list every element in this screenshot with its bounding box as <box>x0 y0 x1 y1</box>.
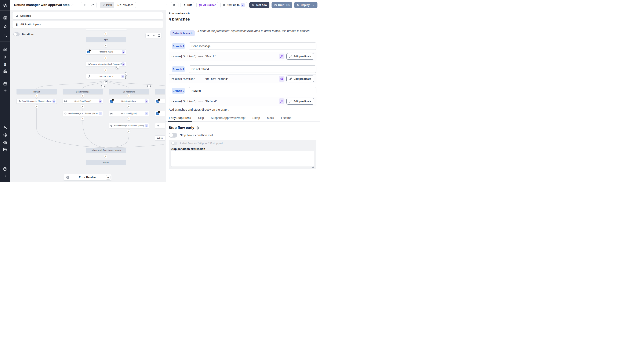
branch-3-summary-input[interactable] <box>189 87 316 94</box>
folders-icon[interactable] <box>0 147 10 152</box>
resources-boxes-icon[interactable] <box>0 68 10 74</box>
tab-sleep[interactable]: Sleep <box>252 114 260 122</box>
chevron-down-icon[interactable] <box>312 4 315 6</box>
stop-flow-early-title: Stop flow early <box>169 126 194 130</box>
step-node-gmail-o[interactable]: Send Email (gmail) o <box>63 98 103 104</box>
step-node-clipped[interactable]: Sen <box>155 136 165 140</box>
logs-list-icon[interactable] <box>0 154 10 160</box>
apps-icon[interactable] <box>0 15 10 20</box>
step-node-slack-i[interactable]: Send Message to Channel (slack) i <box>63 111 103 116</box>
tab-mock[interactable]: Mock <box>267 114 274 122</box>
windmill-logo[interactable] <box>0 3 10 8</box>
ai-wand-button[interactable] <box>279 98 284 104</box>
step-detail-panel: Run one branch 4 branches Default branch… <box>166 10 320 182</box>
search-icon[interactable] <box>0 32 10 38</box>
settings-gear-icon[interactable] <box>0 132 10 138</box>
edit-title-pencil-icon <box>71 4 74 6</box>
delete-step-x-icon[interactable] <box>124 72 128 76</box>
edit-predicate-button[interactable]: Edit predicate <box>286 98 314 104</box>
delete-branch-x-icon[interactable] <box>147 85 151 88</box>
label-skipped-toggle[interactable] <box>171 142 177 145</box>
step-node-parses-to-json[interactable]: TS Parses to JSON a <box>86 49 126 54</box>
branch-1-summary-input[interactable] <box>189 42 316 50</box>
info-icon[interactable] <box>196 126 199 130</box>
runs-play-icon[interactable] <box>0 54 10 60</box>
slack-icon <box>64 112 67 115</box>
stop-condition-expression-input[interactable] <box>170 151 314 167</box>
result-node[interactable]: Result <box>86 160 126 165</box>
diff-button[interactable]: Diff <box>180 2 194 8</box>
insert-step-button[interactable]: + <box>104 56 107 60</box>
variables-dollar-icon[interactable]: $ <box>0 62 10 68</box>
input-node[interactable]: Input <box>86 37 126 42</box>
step-node-gmail-i[interactable]: Send Email (gmail) i <box>109 111 149 116</box>
step-node-slack-j[interactable]: Send Message to Channel (slack) j <box>109 123 149 128</box>
insert-step-button[interactable]: + <box>104 154 107 158</box>
collect-result-node[interactable]: Collect result from chosen branch <box>86 148 126 152</box>
help-icon[interactable] <box>0 166 10 172</box>
add-plus-icon[interactable] <box>0 88 10 93</box>
redo-button[interactable] <box>89 2 96 8</box>
step-node-clipped[interactable]: TS <box>155 111 165 116</box>
docs-button[interactable] <box>171 2 178 8</box>
add-branch-fork-icon[interactable] <box>104 80 108 84</box>
edit-predicate-button[interactable]: Edit predicate <box>286 53 314 60</box>
ai-builder-label: AI Builder <box>203 4 216 6</box>
branch-header-clipped[interactable] <box>155 89 165 94</box>
insert-step-button[interactable]: + <box>127 94 130 98</box>
insert-step-button[interactable]: + <box>81 117 84 121</box>
tab-lifetime[interactable]: Lifetime <box>281 114 292 122</box>
branch-header-send-message[interactable]: Send message <box>63 89 103 94</box>
ai-wand-button[interactable] <box>279 54 284 59</box>
insert-step-button[interactable]: + <box>35 104 38 108</box>
users-icon[interactable] <box>0 124 10 130</box>
favorites-star-icon[interactable] <box>0 24 10 29</box>
test-up-to-button[interactable]: Test up toc <box>220 2 247 8</box>
step-node-slack-approval[interactable]: Request Interactive Slack Approval (... … <box>86 62 126 67</box>
flow-title-text: Refund manager with approval step <box>14 3 70 7</box>
deploy-button[interactable]: Deploy <box>294 2 318 8</box>
insert-step-button[interactable]: + <box>127 117 130 121</box>
clipped-node-above <box>86 29 127 31</box>
tab-skip[interactable]: Skip <box>198 114 204 122</box>
branch-header-default[interactable]: Default <box>16 89 57 94</box>
step-node-clipped[interactable] <box>155 123 165 128</box>
add-error-handler-button[interactable]: + <box>106 175 110 180</box>
ai-builder-button[interactable]: AI Builder <box>196 2 218 8</box>
edit-predicate-button[interactable]: Edit predicate <box>286 76 314 82</box>
undo-button[interactable] <box>81 2 89 8</box>
panel-divider[interactable] <box>165 10 166 182</box>
insert-step-button[interactable]: + <box>127 129 130 133</box>
home-icon[interactable] <box>0 46 10 52</box>
insert-step-button[interactable]: + <box>104 32 107 36</box>
branch-header-do-not-refund[interactable]: Do not refund <box>109 89 149 94</box>
insert-step-button[interactable]: + <box>81 104 84 108</box>
tab-early-stop-break[interactable]: Early Stop/Break <box>169 114 191 122</box>
collapse-sidebar-icon[interactable] <box>0 173 10 178</box>
flow-title[interactable]: Refund manager with approval step <box>14 3 74 7</box>
workers-bot-icon[interactable] <box>0 140 10 145</box>
step-node-run-one-branch-selected[interactable]: Run one branch c <box>86 74 126 79</box>
stop-flow-toggle[interactable] <box>169 133 177 138</box>
branch-2-summary-input[interactable] <box>189 66 316 73</box>
wand-sparkles-icon <box>199 4 202 6</box>
insert-step-button[interactable]: + <box>104 44 107 48</box>
insert-step-button[interactable]: + <box>81 94 84 98</box>
test-flow-button[interactable]: Test flow <box>249 2 270 8</box>
delete-branch-x-icon[interactable] <box>101 85 104 88</box>
more-menu-button[interactable] <box>164 4 169 7</box>
step-node-slack-n[interactable]: Send Message to Channel (slack) n <box>16 98 57 104</box>
edit-path-button[interactable]: Path <box>100 2 114 8</box>
insert-step-button[interactable]: + <box>35 94 38 98</box>
tab-suspend-approval-prompt[interactable]: Suspend/Approval/Prompt <box>210 114 246 122</box>
draft-button[interactable]: Draft⌘S <box>272 2 292 8</box>
schedules-calendar-icon[interactable] <box>0 81 10 86</box>
ai-wand-button[interactable] <box>279 76 284 82</box>
step-node-clipped[interactable]: TS <box>155 98 165 104</box>
error-handler-node[interactable]: Error Handler + <box>63 174 112 180</box>
step-node-update-database-h[interactable]: TS Update database h <box>109 98 149 104</box>
branch-header-label: Default <box>34 90 40 93</box>
step-id-badge: c <box>122 75 124 78</box>
insert-step-button[interactable]: + <box>104 68 107 72</box>
insert-step-button[interactable]: + <box>127 104 130 108</box>
